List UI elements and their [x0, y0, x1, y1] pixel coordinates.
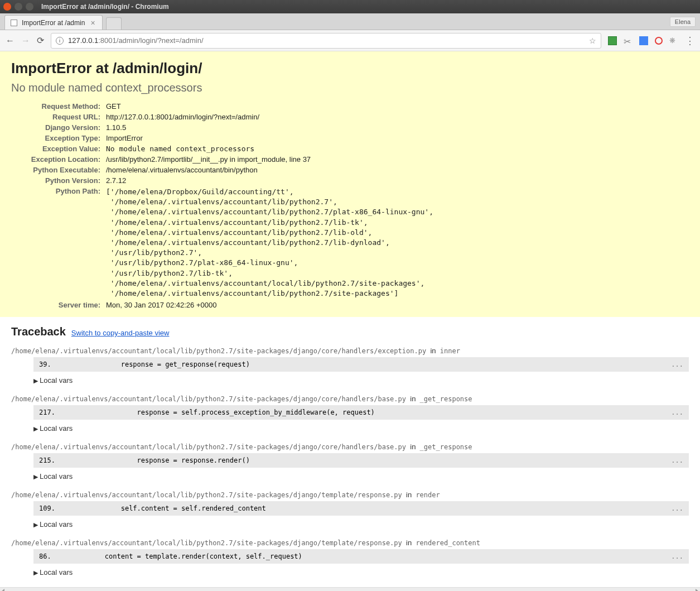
error-meta-table: Request Method: GET Request URL: http://… [11, 101, 433, 310]
frame-code[interactable]: 109. self.content = self.rendered_conten… [33, 501, 689, 516]
meta-label: Exception Location: [11, 154, 106, 165]
meta-value: /usr/lib/python2.7/importlib/__init__.py… [106, 154, 433, 165]
frame-code[interactable]: 39. response = get_response(request)... [33, 357, 689, 372]
browser-toolbar: ← → ⟳ i 127.0.0.1:8001/admin/login/?next… [0, 30, 700, 51]
context-expand-icon[interactable]: ... [671, 504, 683, 512]
os-titlebar: ImportError at /admin/login/ - Chromium [0, 0, 700, 13]
error-title: ImportError at /admin/login/ [11, 60, 689, 77]
extension-scissors-icon[interactable]: ✂ [624, 36, 633, 45]
bookmark-star-icon[interactable]: ☆ [589, 36, 596, 45]
line-number: 39. [39, 361, 73, 368]
meta-value: ImportError [106, 133, 433, 143]
traceback-section: Traceback Switch to copy-and-paste view … [0, 317, 700, 587]
meta-value: No module named context_processors [106, 143, 433, 154]
browser-tab[interactable]: ImportError at /admin × [4, 15, 103, 30]
error-subtitle: No module named context_processors [11, 81, 689, 94]
window-close-button[interactable] [3, 3, 11, 11]
meta-label: Request Method: [11, 101, 106, 112]
forward-button[interactable]: → [21, 36, 30, 46]
tab-title: ImportError at /admin [22, 19, 85, 27]
frame-code[interactable]: 215. response = response.render()... [33, 453, 689, 468]
frame-location: /home/elena/.virtualenvs/accountant/loca… [11, 443, 689, 451]
traceback-frame: /home/elena/.virtualenvs/accountant/loca… [11, 443, 689, 481]
traceback-frame: /home/elena/.virtualenvs/accountant/loca… [11, 347, 689, 385]
frame-location: /home/elena/.virtualenvs/accountant/loca… [11, 491, 689, 499]
line-number: 86. [39, 552, 73, 560]
frame-location: /home/elena/.virtualenvs/accountant/loca… [11, 539, 689, 547]
extension-opera-icon[interactable] [655, 37, 663, 45]
frame-location: /home/elena/.virtualenvs/accountant/loca… [11, 347, 689, 355]
context-expand-icon[interactable]: ... [671, 409, 683, 416]
meta-label: Server time: [11, 300, 106, 310]
extension-icon[interactable] [639, 36, 648, 45]
context-expand-icon[interactable]: ... [671, 457, 683, 464]
frame-code[interactable]: 86. content = template.render(context, s… [33, 549, 689, 564]
traceback-frame: /home/elena/.virtualenvs/accountant/loca… [11, 491, 689, 528]
page-content: ImportError at /admin/login/ No module n… [0, 51, 700, 587]
window-minimize-button[interactable] [15, 3, 22, 11]
meta-value: GET [106, 101, 433, 112]
meta-label: Python Version: [11, 175, 106, 186]
meta-value: 1.10.5 [106, 122, 433, 133]
meta-value: 2.7.12 [106, 175, 433, 186]
line-number: 109. [39, 504, 73, 512]
extension-bug-icon[interactable]: ❋ [669, 36, 678, 45]
traceback-heading: Traceback [11, 325, 66, 338]
window-title: ImportError at /admin/login/ - Chromium [41, 3, 169, 11]
local-vars-toggle[interactable]: Local vars [33, 520, 689, 528]
back-button[interactable]: ← [6, 36, 15, 46]
traceback-frame: /home/elena/.virtualenvs/accountant/loca… [11, 539, 689, 576]
code-text: response = self.process_exception_by_mid… [73, 409, 671, 416]
local-vars-toggle[interactable]: Local vars [33, 424, 689, 433]
browser-menu-button[interactable]: ⋮ [685, 35, 694, 47]
site-info-icon[interactable]: i [56, 37, 64, 45]
new-tab-button[interactable] [106, 17, 122, 30]
meta-value: /home/elena/.virtualenvs/accountant/bin/… [106, 165, 433, 175]
switch-view-link[interactable]: Switch to copy-and-paste view [71, 329, 170, 337]
window-maximize-button[interactable] [26, 3, 33, 11]
code-text: response = get_response(request) [73, 361, 671, 368]
context-expand-icon[interactable]: ... [671, 552, 683, 560]
meta-label: Exception Value: [11, 143, 106, 154]
address-bar[interactable]: i 127.0.0.1:8001/admin/login/?next=/admi… [51, 33, 601, 49]
local-vars-toggle[interactable]: Local vars [33, 472, 689, 481]
meta-value: Mon, 30 Jan 2017 02:42:26 +0000 [106, 300, 433, 310]
frame-code[interactable]: 217. response = self.process_exception_b… [33, 405, 689, 420]
context-expand-icon[interactable]: ... [671, 361, 683, 368]
traceback-frame: /home/elena/.virtualenvs/accountant/loca… [11, 395, 689, 433]
reload-button[interactable]: ⟳ [37, 35, 44, 46]
meta-label: Request URL: [11, 112, 106, 122]
tab-close-icon[interactable]: × [89, 18, 96, 27]
line-number: 217. [39, 409, 73, 416]
horizontal-scrollbar[interactable] [0, 587, 700, 591]
url-display: 127.0.0.1:8001/admin/login/?next=/admin/ [68, 36, 204, 45]
extension-icon[interactable] [608, 36, 617, 45]
tab-strip: ImportError at /admin × Elena [0, 13, 700, 30]
meta-label: Django Version: [11, 122, 106, 133]
meta-value: http://127.0.0.1:8001/admin/login/?next=… [106, 112, 433, 122]
meta-label: Python Executable: [11, 165, 106, 175]
frame-location: /home/elena/.virtualenvs/accountant/loca… [11, 395, 689, 403]
local-vars-toggle[interactable]: Local vars [33, 568, 689, 576]
code-text: response = response.render() [73, 457, 671, 464]
line-number: 215. [39, 457, 73, 464]
error-summary: ImportError at /admin/login/ No module n… [0, 51, 700, 317]
profile-badge[interactable]: Elena [670, 17, 696, 27]
code-text: self.content = self.rendered_content [73, 504, 671, 512]
favicon-icon [11, 20, 17, 26]
meta-label: Exception Type: [11, 133, 106, 143]
meta-label: Python Path: [11, 186, 106, 300]
code-text: content = template.render(context, self.… [73, 552, 671, 560]
meta-value: ['/home/elena/Dropbox/Guild/accounting/t… [106, 186, 433, 300]
local-vars-toggle[interactable]: Local vars [33, 376, 689, 385]
